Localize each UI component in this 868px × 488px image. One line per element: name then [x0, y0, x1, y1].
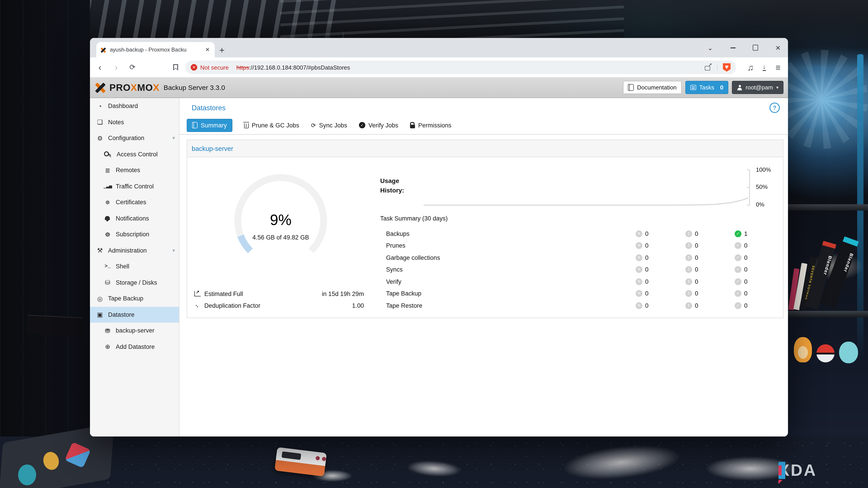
browser-window: ayush-backup - Proxmox Backu ✕ + ⌄ ✕ ‹ ›… [90, 38, 788, 436]
help-icon[interactable]: ? [770, 103, 780, 113]
share-icon[interactable] [704, 64, 712, 71]
address-bar[interactable]: ✕ Not secure https://192.168.0.184:8007/… [185, 61, 736, 74]
task-row-label: Backups [380, 230, 410, 237]
url-text: https://192.168.0.184:8007/#pbsDataStore… [237, 64, 701, 71]
minimize-button[interactable] [729, 44, 737, 51]
ok-count: ✓0 [735, 290, 747, 297]
charmander-figure [794, 337, 812, 362]
sidebar-item-label: Notes [108, 119, 124, 126]
sidebar-item-access-control[interactable]: Access Control [90, 146, 179, 162]
compress-arrows-icon: ↔ [193, 301, 202, 310]
media-control-icon[interactable]: ♫ [746, 63, 755, 72]
ceiling-slats-center [280, 0, 624, 43]
brave-shield-icon[interactable] [723, 63, 731, 72]
proxmox-wordmark: PROXMOX [110, 82, 160, 93]
warning-count: !0 [685, 302, 698, 309]
wrench-icon: ⚒ [95, 248, 104, 254]
count: 0 [645, 254, 649, 261]
tasks-button[interactable]: Tasks 0 [685, 81, 728, 94]
warning-count: !0 [685, 242, 698, 249]
sidebar-item-label: Tape Backup [108, 295, 143, 302]
user-menu-button[interactable]: root@pam ▾ [732, 81, 783, 94]
sidebar-item-datastore[interactable]: ▣Datastore [90, 306, 179, 323]
check-icon: ✓ [735, 230, 741, 237]
sidebar-item-configuration[interactable]: ⚙Configuration▾ [90, 130, 179, 146]
window-controls: ⌄ ✕ [707, 38, 782, 57]
tab-sync-jobs[interactable]: ⟳Sync Jobs [311, 122, 347, 129]
tab-prune-gc-jobs[interactable]: Prune & GC Jobs [244, 122, 299, 129]
sidebar-item-tape-backup[interactable]: ◎Tape Backup [90, 291, 179, 306]
sidebar-item-notifications[interactable]: Notifications [90, 210, 179, 226]
tab-permissions[interactable]: Permissions [410, 122, 452, 129]
sidebar-item-label: Traffic Control [116, 183, 154, 190]
new-tab-button[interactable]: + [219, 46, 224, 55]
tab-search-icon[interactable]: ⌄ [707, 44, 714, 51]
collapse-caret-icon[interactable]: ▾ [173, 135, 175, 141]
check-icon: ✓ [735, 290, 741, 297]
url-scheme: https [237, 64, 249, 71]
back-button[interactable]: ‹ [95, 63, 104, 72]
datastore-summary-panel: backup-server 9% 4.56 GB of 49.82 GB Usa… [187, 140, 783, 318]
tab-close-icon[interactable]: ✕ [204, 46, 211, 53]
count: 0 [645, 242, 649, 249]
bookmark-icon[interactable] [173, 64, 178, 70]
sidebar-item-subscription[interactable]: ☸Subscription [90, 226, 179, 242]
ok-count: ✓0 [735, 266, 747, 273]
close-button[interactable]: ✕ [774, 44, 782, 51]
count: 0 [695, 302, 698, 309]
tab-verify-jobs[interactable]: ✓Verify Jobs [359, 122, 398, 129]
count: 0 [645, 302, 649, 309]
sidebar-item-label: Datastore [108, 311, 134, 318]
terminal-icon: >_ [103, 264, 112, 269]
sidebar-item-dashboard[interactable]: ◔Dashboard [90, 98, 179, 114]
count: 0 [695, 278, 698, 285]
task-row-label: Garbage collections [380, 254, 440, 261]
sidebar-item-shell[interactable]: >_Shell [90, 258, 179, 274]
sidebar-item-add-datastore[interactable]: ⊕Add Datastore [90, 339, 179, 355]
task-row-verify: Verify ✕0 !0 ✓0 [380, 277, 755, 286]
browser-tab[interactable]: ayush-backup - Proxmox Backu ✕ [96, 42, 215, 57]
maximize-button[interactable] [752, 44, 759, 51]
product-version: Backup Server 3.3.0 [164, 84, 225, 91]
not-secure-icon: ✕ [191, 64, 197, 70]
sidebar-item-traffic-control[interactable]: ▁▃▅Traffic Control [90, 178, 179, 194]
sidebar-item-backup-server[interactable]: ⛃backup-server [90, 323, 179, 339]
tab-label: Sync Jobs [319, 122, 347, 129]
sidebar-item-remotes[interactable]: ≣Remotes [90, 162, 179, 178]
padlock-icon [410, 125, 415, 128]
server-stack-icon: ≣ [103, 167, 112, 173]
collapse-caret-icon[interactable]: ▾ [173, 248, 175, 254]
hard-disk-icon: ⛁ [103, 280, 112, 286]
downloads-icon[interactable]: ↓ [763, 64, 766, 71]
count: 0 [744, 278, 747, 285]
holographic-globe [774, 50, 868, 149]
tab-summary[interactable]: Summary [187, 119, 232, 132]
menu-icon[interactable]: ≡ [774, 63, 782, 72]
task-list-icon [690, 85, 696, 90]
sidebar-item-administration[interactable]: ⚒Administration▾ [90, 242, 179, 258]
bookshelf: SEVENTH VOYAGE Blender Blender [790, 212, 868, 311]
check-icon: ✓ [735, 242, 741, 249]
count: 0 [645, 266, 649, 273]
sidebar-item-storage-disks[interactable]: ⛁Storage / Disks [90, 274, 179, 291]
tab-strip: ayush-backup - Proxmox Backu ✕ + ⌄ ✕ [90, 38, 788, 57]
pokeball-figure [816, 344, 835, 362]
task-row-backups: Backups ✕0 !0 ✓1 [380, 229, 755, 238]
chart-axis [747, 170, 749, 205]
check-circle-icon: ✓ [359, 122, 365, 128]
ok-count: ✓0 [735, 278, 747, 285]
screen: SEVENTH VOYAGE Blender Blender XDA ayu [0, 0, 868, 488]
book-title: Blender [814, 253, 833, 276]
stat-value: 1.00 [352, 302, 364, 309]
documentation-button[interactable]: Documentation [623, 81, 682, 94]
sidebar-item-notes[interactable]: ❏Notes [90, 114, 179, 130]
forward-button[interactable]: › [112, 63, 121, 72]
count: 0 [695, 254, 698, 261]
error-icon: ✕ [636, 242, 643, 249]
sidebar-item-label: Dashboard [108, 103, 138, 109]
estimated-full-row: Estimated Full in 15d 19h 29m [194, 289, 364, 299]
sidebar-item-label: Access Control [117, 151, 158, 158]
sidebar-item-certificates[interactable]: ✵Certificates [90, 194, 179, 210]
task-row-garbage-collections: Garbage collections ✕0 !0 ✓0 [380, 253, 755, 262]
reload-button[interactable]: ⟳ [128, 64, 137, 71]
